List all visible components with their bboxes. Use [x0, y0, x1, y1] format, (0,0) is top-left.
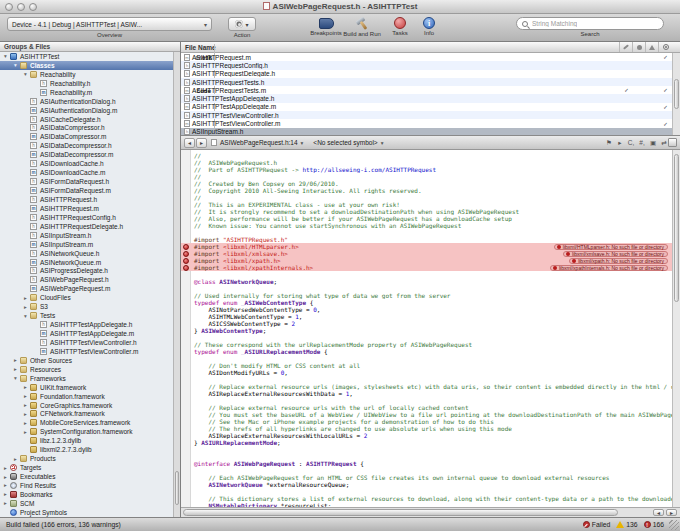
sidebar-item[interactable]: ▸Resources	[0, 365, 173, 374]
built-column-header[interactable]	[620, 42, 633, 52]
file-history-popup[interactable]: ASIWebPageRequest.h:14	[220, 139, 303, 146]
sidebar-item[interactable]: ▸CFNetwork.framework	[0, 410, 173, 419]
disclosure-triangle-icon[interactable]: ▸	[22, 393, 29, 399]
sidebar-item[interactable]: ▸Targets	[0, 463, 173, 472]
disclosure-triangle-icon[interactable]: ▾	[2, 53, 9, 59]
disclosure-triangle-icon[interactable]: ▸	[22, 420, 29, 426]
sidebar-item[interactable]: hASICacheDelegate.h	[0, 115, 173, 124]
bookmarks-menu-icon[interactable]: ⚑	[605, 139, 613, 147]
disclosure-triangle-icon[interactable]: ▾	[22, 313, 29, 319]
file-list-header[interactable]: File Name Code	[181, 42, 680, 53]
sidebar-item[interactable]: libxml2.2.7.3.dylib	[0, 445, 173, 454]
disclosure-triangle-icon[interactable]: ▸	[2, 465, 9, 471]
sidebar-item[interactable]: mASIAuthenticationDialog.m	[0, 106, 173, 115]
disclosure-triangle-icon[interactable]: ▾	[12, 375, 19, 381]
sidebar-item[interactable]: libz.1.2.3.dylib	[0, 436, 173, 445]
sidebar-item[interactable]: ▾Frameworks	[0, 374, 173, 383]
symbol-popup[interactable]: <No selected symbol>	[313, 139, 383, 146]
disclosure-triangle-icon[interactable]: ▸	[12, 366, 19, 372]
sidebar-item[interactable]: ▾Classes	[0, 61, 173, 70]
sidebar-item[interactable]: mReachability.m	[0, 88, 173, 97]
disclosure-triangle-icon[interactable]: ▸	[22, 304, 29, 310]
disclosure-triangle-icon[interactable]: ▸	[2, 500, 9, 506]
sidebar-item[interactable]: hASIDownloadCache.h	[0, 159, 173, 168]
warnings-badge[interactable]: 136	[616, 521, 637, 528]
resize-grip[interactable]	[669, 520, 679, 530]
sidebar-item[interactable]: mASINetworkQueue.m	[0, 258, 173, 267]
sidebar-item[interactable]: hASIProgressDelegate.h	[0, 267, 173, 276]
file-list-row[interactable]: mASIHTTPTestViewController.m676✓	[181, 119, 672, 127]
sidebar-item[interactable]: ▸Find Results	[0, 481, 173, 490]
error-gutter-icon[interactable]	[183, 251, 189, 257]
scroll-left-button[interactable]: ◂	[653, 509, 664, 516]
breakpoints-menu-icon[interactable]: ▸	[616, 139, 624, 147]
errors-badge[interactable]: ! 166	[644, 521, 664, 528]
sidebar-item[interactable]: ▾ASIHTTPTest	[0, 52, 173, 61]
editor-vertical-scrollbar-thumb[interactable]	[674, 154, 679, 302]
file-list-row[interactable]: hASIHTTPRequestDelegate.h	[181, 70, 672, 78]
sidebar-scrollbar[interactable]	[173, 52, 180, 517]
sidebar-item[interactable]: hASIDataDecompressor.h	[0, 141, 173, 150]
error-message-bubble[interactable]: libxml/xpathInternals.h: No such file or…	[550, 265, 668, 271]
sidebar-item[interactable]: ▸Executables	[0, 472, 173, 481]
sidebar-item[interactable]: mASIHTTPTestAppDelegate.m	[0, 329, 173, 338]
sidebar-item[interactable]: ▾Reachability	[0, 70, 173, 79]
error-message-bubble[interactable]: libxml/xpath.h: No such file or director…	[569, 258, 668, 264]
sidebar-item[interactable]: hASIDataCompressor.h	[0, 124, 173, 133]
file-list-row[interactable]: mASIHTTPTestAppDelegate.m936✓	[181, 103, 672, 111]
sidebar-item[interactable]: ▸CoreGraphics.framework	[0, 401, 173, 410]
disclosure-triangle-icon[interactable]: ▸	[2, 491, 9, 497]
sidebar-item[interactable]: ▸Products	[0, 454, 173, 463]
disclosure-triangle-icon[interactable]: ▸	[12, 357, 19, 363]
sidebar-item[interactable]: hASIHTTPTestAppDelegate.h	[0, 320, 173, 329]
sidebar-item[interactable]: mASIDataDecompressor.m	[0, 150, 173, 159]
overview-dropdown[interactable]: Device - 4.1 | Debug | ASIHTTPTest | ASI…	[7, 17, 212, 31]
go-forward-button[interactable]: ▸	[196, 138, 207, 148]
lock-icon[interactable]: ▣	[649, 139, 657, 147]
sidebar-item[interactable]: hASIInputStream.h	[0, 231, 173, 240]
sidebar-item[interactable]: mASIHTTPRequest.m	[0, 204, 173, 213]
title-bar[interactable]: ASIWebPageRequest.h - ASIHTTPTest	[0, 0, 680, 14]
disclosure-triangle-icon[interactable]: ▸	[2, 474, 9, 480]
target-membership-cell[interactable]: ✓	[659, 121, 672, 127]
class-browser-icon[interactable]: C,	[627, 139, 635, 146]
disclosure-triangle-icon[interactable]: ▾	[22, 71, 29, 77]
sidebar-item[interactable]: hASIHTTPRequestDelegate.h	[0, 222, 173, 231]
counterpart-icon[interactable]: ⇄	[660, 139, 668, 147]
target-membership-cell[interactable]: ✓	[659, 54, 672, 60]
file-list-scrollbar[interactable]	[672, 53, 680, 135]
editor-horizontal-scrollbar-thumb[interactable]	[183, 509, 618, 516]
action-button[interactable]: ▾	[228, 17, 256, 31]
target-membership-cell[interactable]: ✓	[659, 87, 672, 93]
sidebar-item[interactable]: mASIWebPageRequest.m	[0, 284, 173, 293]
sidebar-item[interactable]: ▸SystemConfiguration.framework	[0, 427, 173, 436]
sidebar-item[interactable]: ▸S3	[0, 302, 173, 311]
sidebar-item[interactable]: hReachability.h	[0, 79, 173, 88]
errors-column-header[interactable]	[633, 42, 646, 52]
error-gutter-icon[interactable]	[183, 265, 189, 271]
file-list-scrollbar-thumb[interactable]	[674, 79, 679, 109]
file-list-row[interactable]: hASIHTTPTestAppDelegate.h	[181, 94, 672, 102]
split-editor-button[interactable]	[668, 138, 677, 147]
sidebar-item[interactable]: hASIHTTPRequest.h	[0, 195, 173, 204]
file-list-row[interactable]: mASIHTTPRequest.m86.1K✓	[181, 53, 672, 61]
disclosure-triangle-icon[interactable]: ▸	[22, 384, 29, 390]
sidebar-item[interactable]: hASIFormDataRequest.h	[0, 177, 173, 186]
sidebar-item[interactable]: hASIHTTPRequestConfig.h	[0, 213, 173, 222]
disclosure-triangle-icon[interactable]: ▸	[22, 295, 29, 301]
sidebar-item[interactable]: hASINetworkQueue.h	[0, 249, 173, 258]
disclosure-triangle-icon[interactable]: ▸	[22, 402, 29, 408]
error-message-bubble[interactable]: libxml/HTMLparser.h: No such file or dir…	[554, 244, 668, 250]
target-column-header[interactable]	[659, 42, 672, 52]
code-text[interactable]: //// ASIWebPageRequest.h// Part of ASIHT…	[181, 152, 672, 507]
build-failed-badge[interactable]: Failed	[583, 521, 611, 528]
sidebar-item[interactable]: hASIWebPageRequest.h	[0, 275, 173, 284]
sidebar-item[interactable]: hASIHTTPTestViewController.h	[0, 338, 173, 347]
disclosure-triangle-icon[interactable]: ▸	[22, 411, 29, 417]
sidebar-item[interactable]: ▸MobileCoreServices.framework	[0, 418, 173, 427]
file-list-row[interactable]: hASIHTTPTestViewController.h	[181, 111, 672, 119]
file-name-column-header[interactable]: File Name	[181, 42, 620, 52]
error-gutter-icon[interactable]	[183, 244, 189, 250]
error-message-bubble[interactable]: libxml/xmlsave.h: No such file or direct…	[563, 251, 668, 257]
sidebar-item[interactable]: Project Symbols	[0, 508, 173, 517]
